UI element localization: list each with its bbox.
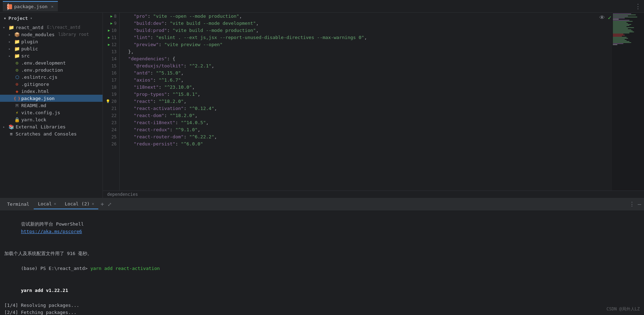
code-line-23: "react-i18next": "^14.0.5", (122, 119, 641, 126)
tree-label: src (21, 53, 29, 59)
tree-item-eslint[interactable]: ▸ ⬡ .eslintrc.cjs (0, 73, 103, 81)
line-num-24: 24 (106, 126, 116, 133)
local-tab-close[interactable]: ✕ (54, 201, 56, 206)
tree-item-gitignore[interactable]: ▸ ⊙ .gitignore (0, 81, 103, 88)
tree-path: E:\react_antd (47, 25, 80, 30)
terminal-more-button[interactable]: ⋮ (629, 201, 635, 208)
env-icon: ⚙ (14, 60, 20, 66)
terminal-tab-bar: Terminal Local ✕ Local (2) ✕ + ⤢ ⋮ — (0, 198, 644, 210)
tree-item-yarn-lock[interactable]: ▸ 🔒 yarn.lock (0, 116, 103, 123)
line-num-9: ▶ 9 (106, 20, 116, 27)
code-line-25: "react-router-dom": "^6.22.2", (122, 133, 641, 140)
line-num-11: ▶ 11 (106, 34, 116, 41)
line-num-26: 26 (106, 140, 116, 148)
tree-item-plugin[interactable]: ▸ 📁 plugin (0, 38, 103, 45)
tree-item-vite-config[interactable]: ▸ ⚡ vite.config.js (0, 109, 103, 116)
terminal-line-blank (4, 243, 640, 250)
more-options-button[interactable]: ⋮ (635, 2, 641, 10)
tree-label: index.html (21, 89, 49, 94)
code-line-18: "i18next": "^23.10.0", (122, 84, 641, 91)
tree-label: README.md (21, 103, 46, 108)
sidebar: ▾ Project ▾ ▾ 📁 react_antd E:\react_antd… (0, 13, 103, 198)
main-content: ▾ Project ▾ ▾ 📁 react_antd E:\react_antd… (0, 13, 644, 198)
tree-arrow: ▸ (9, 40, 13, 44)
tree-item-external-libs[interactable]: ▸ 📚 External Libraries (0, 123, 103, 130)
tree-suffix: library root (58, 32, 89, 37)
tree-label: External Libraries (16, 124, 66, 129)
folder-blue-icon: 📁 (14, 46, 20, 51)
json-icon: { } (14, 95, 20, 101)
line-num-14: 14 (106, 55, 116, 62)
run-button-10[interactable]: ▶ (108, 27, 110, 34)
line-numbers: ▶ 8 ▶ 9 ▶ 10 ▶ 11 ▶ 12 (103, 13, 120, 190)
code-content[interactable]: "pro": "vite --open --mode production", … (120, 13, 644, 190)
tree-item-public[interactable]: ▸ 📁 public (0, 45, 103, 52)
folder-icon: 📁 (9, 24, 14, 30)
new-terminal-button[interactable]: + (98, 201, 106, 208)
lock-icon: 🔒 (14, 117, 20, 122)
terminal-toolbar-right: ⋮ — (629, 201, 641, 208)
tab-bar: { } package.json ✕ ⋮ (0, 0, 644, 13)
folder-blue-icon: 📦 (14, 32, 20, 37)
minimap-content (612, 13, 644, 46)
project-title: Project (9, 16, 28, 21)
tree-item-node-modules[interactable]: ▸ 📦 node_modules library root (0, 31, 103, 38)
git-icon: ⊙ (14, 81, 20, 87)
tree-item-package-json[interactable]: ▸ { } package.json (0, 95, 103, 102)
terminal-tab[interactable]: Terminal (3, 199, 34, 209)
line-num-20: 💡 20 (106, 98, 116, 105)
tree-item-scratches[interactable]: ▸ ≡ Scratches and Consoles (0, 130, 103, 137)
code-line-16: "antd": "^5.15.0", (122, 70, 641, 77)
run-button-11[interactable]: ▶ (108, 34, 110, 41)
project-header[interactable]: ▾ Project ▾ (0, 13, 103, 24)
tree-arrow: ▸ (9, 54, 13, 58)
line-num-17: 17 (106, 77, 116, 84)
expand-terminal-button[interactable]: ⤢ (106, 201, 113, 207)
code-line-19: "prop-types": "^15.8.1", (122, 91, 641, 98)
terminal-line-3: (base) PS E:\react_antd> yarn add react-… (4, 258, 640, 280)
tree-label: .gitignore (21, 82, 49, 87)
local2-tab-close[interactable]: ✕ (92, 201, 94, 206)
js-icon: ⚡ (14, 110, 20, 115)
watermark: CSDN @局外人LZ (606, 306, 640, 312)
line-num-13: 13 (106, 48, 116, 55)
line-num-22: 22 (106, 112, 116, 119)
editor-main: ▶ 8 ▶ 9 ▶ 10 ▶ 11 ▶ 12 (103, 13, 644, 190)
tree-item-env-dev[interactable]: ▸ ⚙ .env.development (0, 59, 103, 66)
terminal-line-6: [2/4] Fetching packages... (4, 309, 640, 315)
run-button-12[interactable]: ▶ (108, 41, 110, 48)
terminal-area: Terminal Local ✕ Local (2) ✕ + ⤢ ⋮ — 尝试新… (0, 198, 644, 315)
folder-blue-icon: 📁 (14, 53, 20, 59)
eye-icon[interactable]: 👁 (599, 14, 605, 21)
code-line-20: "react": "^18.2.0", (122, 98, 641, 105)
run-button-9[interactable]: ▶ (110, 20, 112, 27)
terminal-tab-label: Terminal (7, 201, 29, 207)
pscore-link[interactable]: https://aka.ms/pscore6 (21, 229, 82, 234)
tree-item-react-antd[interactable]: ▾ 📁 react_antd E:\react_antd (0, 24, 103, 31)
tree-label: .env.development (21, 60, 66, 66)
html-icon: ◈ (14, 88, 20, 94)
tab-package-json[interactable]: { } package.json ✕ (3, 1, 58, 11)
line-num-8: ▶ 8 (106, 13, 116, 20)
tree-item-env-prod[interactable]: ▸ ⚙ .env.production (0, 66, 103, 73)
tree-item-index-html[interactable]: ▸ ◈ index.html (0, 88, 103, 95)
tree-item-readme[interactable]: ▸ M README.md (0, 102, 103, 109)
code-line-15: "@reduxjs/toolkit": "^2.2.1", (122, 62, 641, 70)
tree-item-src[interactable]: ▸ 📁 src (0, 52, 103, 59)
run-button-8[interactable]: ▶ (110, 13, 112, 20)
local2-tab-label: Local (2) (65, 201, 89, 206)
tree-label: package.json (21, 96, 55, 101)
code-line-10: "build:prod": "vite build --mode product… (122, 27, 641, 34)
scratches-icon: ≡ (9, 131, 14, 137)
bulb-button-20[interactable]: 💡 (106, 98, 110, 105)
terminal-prompt: (base) PS E:\react_antd> (21, 266, 90, 271)
tree-label: react_antd (16, 25, 43, 30)
tree-label: .env.production (21, 67, 63, 73)
local2-tab[interactable]: Local (2) ✕ (60, 199, 98, 209)
local-tab-label: Local (38, 201, 52, 206)
local-tab[interactable]: Local ✕ (34, 199, 61, 209)
tab-close-button[interactable]: ✕ (51, 4, 54, 9)
terminal-minimize-button[interactable]: — (638, 201, 641, 208)
terminal-content[interactable]: 尝试新的跨平台 PowerShell https://aka.ms/pscore… (0, 210, 644, 315)
code-line-11: "lint": "eslint . --ext js,jsx --report-… (122, 34, 641, 41)
